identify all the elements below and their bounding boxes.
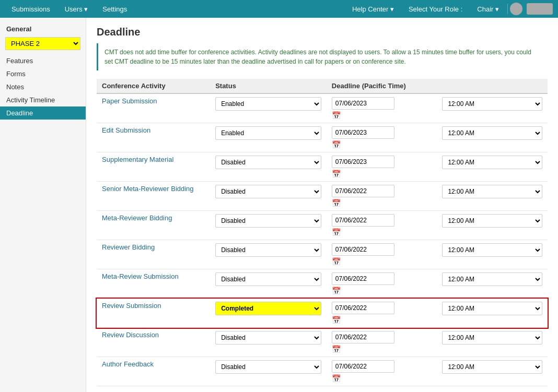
time-cell: 12:00 AM12:30 AM1:00 AM1:30 AM6:00 AM12:… (437, 328, 548, 357)
main-content: Deadline CMT does not add time buffer fo… (86, 18, 558, 392)
time-cell: 12:00 AM12:30 AM1:00 AM1:30 AM6:00 AM12:… (437, 211, 548, 240)
calendar-icon[interactable]: 📅 (332, 374, 432, 383)
table-row: Meta-Reviewer BiddingEnabledDisabledComp… (97, 211, 548, 240)
table-row: Reviewer BiddingEnabledDisabledCompleted… (97, 240, 548, 269)
time-cell: 12:00 AM12:30 AM1:00 AM1:30 AM6:00 AM12:… (437, 269, 548, 299)
activity-cell: Review Submission (97, 299, 210, 328)
sidebar-section-general: General (0, 22, 86, 35)
date-input[interactable] (332, 185, 394, 197)
date-cell: 📅 (327, 299, 437, 328)
calendar-icon[interactable]: 📅 (332, 316, 432, 324)
col-header-deadline: Deadline (Pacific Time) (327, 79, 437, 93)
status-select[interactable]: EnabledDisabledCompleted (215, 331, 321, 345)
time-select[interactable]: 12:00 AM12:30 AM1:00 AM1:30 AM6:00 AM12:… (442, 302, 542, 315)
table-row: Review DiscussionEnabledDisabledComplete… (97, 328, 548, 357)
status-cell: EnabledDisabledCompleted (210, 269, 327, 299)
time-select[interactable]: 12:00 AM12:30 AM1:00 AM1:30 AM6:00 AM12:… (442, 97, 542, 111)
deadline-table: Conference Activity Status Deadline (Pac… (97, 79, 548, 386)
nav-chair[interactable]: Chair ▾ (471, 2, 505, 16)
status-cell: EnabledDisabledCompleted (210, 123, 327, 152)
date-input[interactable] (332, 156, 394, 168)
nav-left: Submissions Users ▾ Settings (5, 2, 133, 16)
status-cell: EnabledDisabledCompleted (210, 357, 327, 386)
table-row: Review SubmissionEnabledDisabledComplete… (97, 299, 548, 328)
calendar-icon[interactable]: 📅 (332, 228, 432, 236)
date-cell: 📅 (327, 240, 437, 269)
time-select[interactable]: 12:00 AM12:30 AM1:00 AM1:30 AM6:00 AM12:… (442, 126, 542, 140)
nav-submissions[interactable]: Submissions (5, 2, 56, 16)
nav-users[interactable]: Users ▾ (59, 2, 95, 16)
table-row: Author FeedbackEnabledDisabledCompleted📅… (97, 357, 548, 386)
sidebar-item-activity-timeline[interactable]: Activity Timeline (0, 93, 86, 106)
page-title: Deadline (97, 26, 548, 38)
sidebar-item-features[interactable]: Features (0, 54, 86, 67)
username-placeholder[interactable] (527, 3, 553, 15)
nav-divider (507, 4, 508, 14)
date-input[interactable] (332, 272, 394, 285)
date-cell: 📅 (327, 152, 437, 182)
time-cell: 12:00 AM12:30 AM1:00 AM1:30 AM6:00 AM12:… (437, 123, 548, 152)
date-input[interactable] (332, 97, 394, 110)
nav-right: Help Center ▾ Select Your Role : Chair ▾ (346, 2, 553, 16)
activity-cell: Meta-Reviewer Bidding (97, 211, 210, 240)
date-cell: 📅 (327, 328, 437, 357)
status-cell: EnabledDisabledCompleted (210, 211, 327, 240)
info-box: CMT does not add time buffer for confere… (97, 43, 548, 70)
time-select[interactable]: 12:00 AM12:30 AM1:00 AM1:30 AM6:00 AM12:… (442, 185, 542, 198)
table-row: Paper SubmissionEnabledDisabledCompleted… (97, 93, 548, 123)
date-input[interactable] (332, 331, 394, 343)
status-select[interactable]: EnabledDisabledCompleted (215, 126, 321, 140)
date-input[interactable] (332, 214, 394, 227)
time-cell: 12:00 AM12:30 AM1:00 AM1:30 AM6:00 AM12:… (437, 357, 548, 386)
avatar[interactable] (510, 3, 522, 15)
table-row: Senior Meta-Reviewer BiddingEnabledDisab… (97, 182, 548, 211)
status-select[interactable]: EnabledDisabledCompleted (215, 185, 321, 198)
calendar-icon[interactable]: 📅 (332, 140, 432, 149)
time-cell: 12:00 AM12:30 AM1:00 AM1:30 AM6:00 AM12:… (437, 152, 548, 182)
time-select[interactable]: 12:00 AM12:30 AM1:00 AM1:30 AM6:00 AM12:… (442, 243, 542, 257)
sidebar: General PHASE 2 PHASE 1 Features Forms N… (0, 18, 86, 392)
phase-select[interactable]: PHASE 2 PHASE 1 (5, 37, 80, 50)
status-select[interactable]: EnabledDisabledCompleted (215, 156, 321, 169)
calendar-icon[interactable]: 📅 (332, 257, 432, 266)
calendar-icon[interactable]: 📅 (332, 111, 432, 120)
table-row: Supplementary MaterialEnabledDisabledCom… (97, 152, 548, 182)
calendar-icon[interactable]: 📅 (332, 287, 432, 295)
status-cell: EnabledDisabledCompleted (210, 93, 327, 123)
activity-cell: Senior Meta-Reviewer Bidding (97, 182, 210, 211)
calendar-icon[interactable]: 📅 (332, 345, 432, 353)
status-select[interactable]: EnabledDisabledCompleted (215, 302, 321, 315)
nav-help-center[interactable]: Help Center ▾ (346, 2, 400, 16)
activity-cell: Edit Submission (97, 123, 210, 152)
status-cell: EnabledDisabledCompleted (210, 152, 327, 182)
status-select[interactable]: EnabledDisabledCompleted (215, 360, 321, 374)
status-cell: EnabledDisabledCompleted (210, 328, 327, 357)
time-select[interactable]: 12:00 AM12:30 AM1:00 AM1:30 AM6:00 AM12:… (442, 156, 542, 169)
sidebar-item-deadline[interactable]: Deadline (0, 106, 86, 120)
time-cell: 12:00 AM12:30 AM1:00 AM1:30 AM6:00 AM12:… (437, 240, 548, 269)
time-select[interactable]: 12:00 AM12:30 AM1:00 AM1:30 AM6:00 AM12:… (442, 331, 542, 345)
date-input[interactable] (332, 302, 394, 314)
status-select[interactable]: EnabledDisabledCompleted (215, 243, 321, 257)
date-cell: 📅 (327, 123, 437, 152)
date-input[interactable] (332, 360, 394, 373)
status-select[interactable]: EnabledDisabledCompleted (215, 272, 321, 286)
time-select[interactable]: 12:00 AM12:30 AM1:00 AM1:30 AM6:00 AM12:… (442, 214, 542, 228)
status-cell: EnabledDisabledCompleted (210, 299, 327, 328)
date-cell: 📅 (327, 357, 437, 386)
status-cell: EnabledDisabledCompleted (210, 240, 327, 269)
activity-cell: Paper Submission (97, 93, 210, 123)
table-row: Meta-Review SubmissionEnabledDisabledCom… (97, 269, 548, 299)
nav-settings[interactable]: Settings (96, 2, 133, 16)
status-select[interactable]: EnabledDisabledCompleted (215, 97, 321, 111)
sidebar-item-forms[interactable]: Forms (0, 67, 86, 80)
date-input[interactable] (332, 243, 394, 256)
calendar-icon[interactable]: 📅 (332, 199, 432, 207)
sidebar-item-notes[interactable]: Notes (0, 80, 86, 93)
time-select[interactable]: 12:00 AM12:30 AM1:00 AM1:30 AM6:00 AM12:… (442, 360, 542, 374)
date-input[interactable] (332, 126, 394, 139)
status-cell: EnabledDisabledCompleted (210, 182, 327, 211)
time-select[interactable]: 12:00 AM12:30 AM1:00 AM1:30 AM6:00 AM12:… (442, 272, 542, 286)
calendar-icon[interactable]: 📅 (332, 170, 432, 178)
status-select[interactable]: EnabledDisabledCompleted (215, 214, 321, 228)
